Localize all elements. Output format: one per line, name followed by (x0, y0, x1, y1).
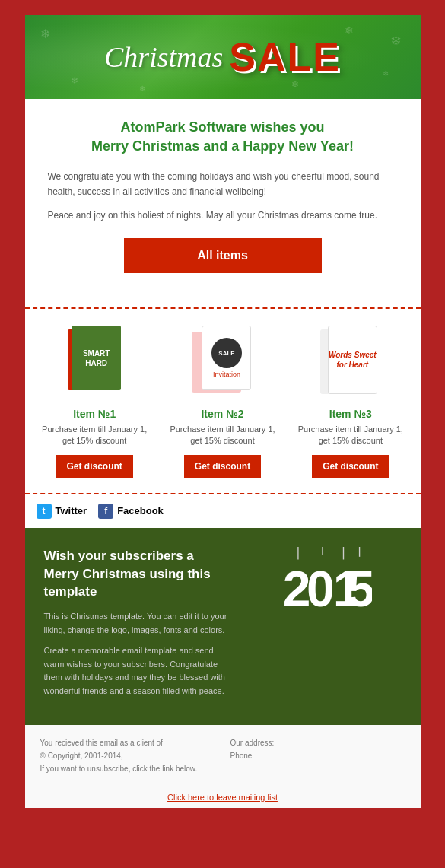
year-display: 2 0 1 5 (244, 547, 402, 631)
svg-text:❄: ❄ (390, 33, 402, 49)
footer-left-line2: © Copyright, 2001-2014, (40, 749, 215, 762)
item3-name: Item №3 (292, 408, 408, 420)
item2-image: SALE Invitation (164, 324, 281, 400)
svg-text:❄: ❄ (383, 69, 389, 78)
item3-image: Words Sweet for Heart (292, 324, 408, 400)
header-sale-text: SALE (229, 34, 341, 80)
item1-name: Item №1 (37, 408, 153, 420)
greeting-para1: We congratulate you with the coming holi… (48, 170, 398, 199)
twitter-icon: t (37, 504, 52, 519)
svg-text:❄: ❄ (139, 84, 145, 93)
facebook-label: Facebook (117, 505, 164, 517)
greeting-title: AtomPark Software wishes you Merry Chris… (48, 118, 398, 156)
email-wrapper: Christmas SALE ❄ ❄ ❄ ❄ ❄ ❄ ❄ AtomPark So… (25, 15, 421, 808)
item1-image: SMART HARD (37, 324, 153, 400)
item2-tag-front: SALE Invitation (202, 326, 251, 390)
twitter-label: Twitter (56, 505, 87, 517)
item3-desc: Purchase item till January 1, get 15% di… (292, 424, 408, 447)
svg-text:❄: ❄ (40, 27, 50, 40)
all-items-button[interactable]: All items (124, 238, 322, 273)
promo-text-section: Wish your subscribers a Merry Christmas … (44, 547, 233, 706)
svg-text:❄: ❄ (71, 75, 78, 86)
item1-discount-button[interactable]: Get discount (56, 455, 132, 478)
promo-title: Wish your subscribers a Merry Christmas … (44, 547, 233, 601)
header-banner: Christmas SALE ❄ ❄ ❄ ❄ ❄ ❄ ❄ (25, 15, 421, 99)
header-christmas-text: Christmas (104, 40, 223, 74)
twitter-button[interactable]: t Twitter (37, 504, 87, 519)
greeting-para2: Peace and joy on this holiest of nights.… (48, 208, 398, 223)
item1-book-front: SMART HARD (72, 326, 121, 390)
items-grid: SMART HARD Item №1 Purchase item till Ja… (37, 324, 409, 478)
item3-card-text: Words Sweet for Heart (329, 350, 377, 370)
item-card-1: SMART HARD Item №1 Purchase item till Ja… (37, 324, 153, 478)
item2-name: Item №2 (164, 408, 281, 420)
item1-desc: Purchase item till January 1, get 15% di… (37, 424, 153, 447)
facebook-icon: f (98, 504, 113, 519)
footer-right: Our address: Phone (230, 736, 405, 775)
svg-text:0: 0 (307, 561, 335, 617)
item3-card-front: Words Sweet for Heart (328, 326, 377, 394)
greeting-title-line1: AtomPark Software wishes you (48, 118, 398, 137)
item2-invitation: Invitation (213, 370, 240, 378)
promo-para2: Create a memorable email template and se… (44, 644, 233, 698)
unsubscribe-link[interactable]: Click here to leave mailing list (25, 787, 421, 808)
social-section: t Twitter f Facebook (25, 494, 421, 528)
promo-para1: This is Christmas template. You can edit… (44, 610, 233, 637)
footer-right-label2: Phone (230, 749, 405, 762)
greeting-title-line2: Merry Christmas and a Happy New Year! (48, 137, 398, 156)
footer-left-line3: If you want to unsubscribe, click the li… (40, 762, 215, 775)
items-section: SMART HARD Item №1 Purchase item till Ja… (25, 307, 421, 494)
year-2015-svg: 2 0 1 5 (273, 547, 372, 631)
main-content: AtomPark Software wishes you Merry Chris… (25, 99, 421, 307)
item-card-2: SALE Invitation Item №2 Purchase item ti… (164, 324, 281, 478)
facebook-button[interactable]: f Facebook (98, 504, 164, 519)
item3-discount-button[interactable]: Get discount (312, 455, 389, 478)
svg-text:❄: ❄ (291, 79, 299, 90)
item-card-3: Words Sweet for Heart Item №3 Purchase i… (292, 324, 408, 478)
item2-discount-button[interactable]: Get discount (184, 455, 261, 478)
footer-promo: Wish your subscribers a Merry Christmas … (25, 528, 421, 725)
item2-desc: Purchase item till January 1, get 15% di… (164, 424, 281, 447)
footer-left-line1: You recieved this email as a client of (40, 736, 215, 749)
footer-right-label1: Our address: (230, 736, 405, 749)
footer-left: You recieved this email as a client of ©… (40, 736, 215, 775)
svg-text:❄: ❄ (345, 24, 354, 37)
svg-text:5: 5 (347, 561, 372, 617)
item1-book-text: SMART HARD (83, 348, 110, 368)
item2-sale-circle: SALE (211, 338, 242, 368)
footer-info: You recieved this email as a client of ©… (25, 725, 421, 787)
